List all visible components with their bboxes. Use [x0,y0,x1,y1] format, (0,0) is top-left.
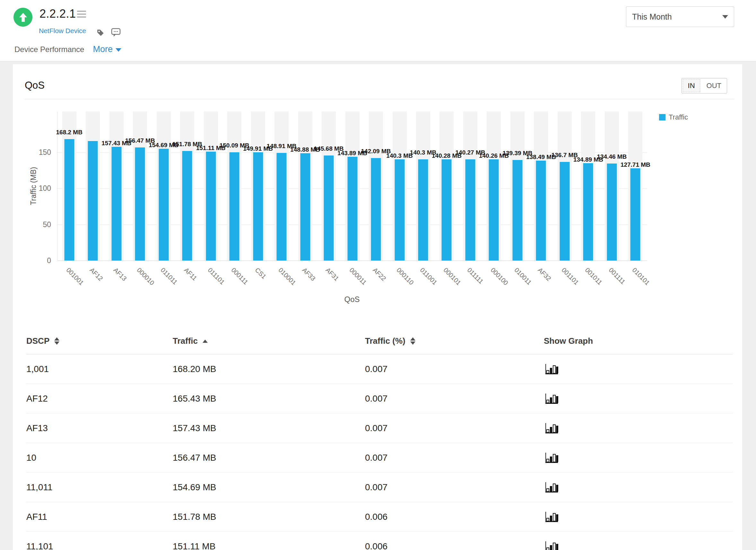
nav-tab[interactable]: Device Performance [14,45,84,61]
time-range-dropdown[interactable]: This Month [626,6,734,27]
traffic-bar[interactable] [230,152,239,260]
x-axis-category-label: AF32 [536,266,552,283]
x-axis-category-label: 000110 [395,266,415,286]
toggle-out-button[interactable]: OUT [701,78,727,93]
table-row: AF11 151.78 MB 0.006 [26,502,733,532]
traffic-bar[interactable] [253,152,263,260]
bar-slot: 151.78 MB AF11 [175,111,199,260]
traffic-bar[interactable] [395,159,404,260]
x-axis-category-label: 000100 [489,266,509,287]
bar-slot: 151.11 MB 011101 [199,111,222,260]
traffic-bar[interactable] [347,157,357,260]
traffic-bar[interactable] [512,160,522,260]
traffic-bar[interactable] [560,162,569,260]
bar-slot: 168.2 MB 001001 [57,111,81,260]
bar-slot: 134.89 MB 001011 [577,111,600,260]
table-header-cell[interactable]: Show Graph [544,336,593,346]
sort-asc-icon [54,337,59,341]
bar-slot: 143.89 MB 000011 [341,111,364,260]
dropdown-caret-icon [722,15,728,19]
toggle-in-button[interactable]: IN [683,79,700,92]
panel-title: QoS [25,80,45,91]
sort-icon [54,337,59,345]
traffic-bar[interactable] [111,147,121,260]
column-label: Show Graph [544,336,593,346]
x-axis-category-label: 001101 [560,266,580,286]
traffic-bar[interactable] [489,159,499,260]
x-axis-category-label: 000101 [442,266,462,287]
tag-icon[interactable] [96,28,105,38]
traffic-bar[interactable] [583,163,593,260]
x-axis-category-label: 010101 [631,266,651,287]
traffic-bar[interactable] [300,153,310,260]
dscp-cell: AF13 [26,414,48,443]
legend-label: Traffic [669,113,688,121]
bar-slot: 156.47 MB 000010 [128,111,152,260]
traffic-pct-cell: 0.006 [365,532,387,550]
traffic-bar[interactable] [465,159,475,260]
chart-legend[interactable]: Traffic [659,113,688,121]
traffic-bar[interactable] [277,153,287,260]
show-graph-button[interactable] [544,540,559,550]
traffic-pct-cell: 0.006 [365,502,387,531]
table-header-cell[interactable]: DSCP [26,336,59,346]
bar-chart-icon [544,540,559,550]
bar-chart-icon [544,393,559,405]
dscp-cell: AF11 [26,502,47,531]
show-graph-button[interactable] [544,393,559,405]
bar-chart-icon [544,481,559,493]
traffic-bar[interactable] [206,152,216,260]
qos-table: DSCP Traffic Traffic (%) [26,331,733,550]
x-axis-category-label: 011001 [419,266,439,286]
show-graph-button[interactable] [544,422,559,434]
traffic-bar[interactable] [64,139,74,260]
traffic-bar[interactable] [159,149,169,260]
bar-slot: 145.68 MB AF31 [317,111,340,260]
bar-slot: 140.3 MB 000110 [388,111,411,260]
device-type-link[interactable]: NetFlow Device [39,27,86,35]
sort-desc-icon [410,342,415,345]
top-header: 2.2.2.1 NetFlow Device This Month Device… [0,0,756,61]
x-axis-category-label: 001011 [584,266,604,286]
bar-slot: 150.09 MB 000111 [222,111,246,260]
bar-slot: 140.28 MB 000101 [435,111,458,260]
y-tick-label: 150 [27,148,51,157]
traffic-bar[interactable] [371,158,381,260]
bar-slot: 148.88 MB AF33 [293,111,317,260]
traffic-bar[interactable] [607,163,617,260]
traffic-bar[interactable] [88,141,98,260]
nav-more-label: More [93,44,113,54]
traffic-bar[interactable] [324,155,334,260]
traffic-bar[interactable] [630,168,640,260]
traffic-pct-cell: 0.007 [365,473,387,502]
traffic-pct-cell: 0.007 [365,384,387,413]
sort-asc-icon [410,337,415,341]
bar-chart-icon [544,511,559,523]
comment-icon[interactable] [111,28,121,39]
show-graph-button[interactable] [544,481,559,493]
table-header-cell[interactable]: Traffic (%) [365,336,415,346]
traffic-legend-swatch [659,114,665,120]
traffic-bar[interactable] [536,161,546,260]
bar-slot: 140.3 MB 011001 [411,111,435,260]
up-arrow-icon [18,12,29,23]
bar-slot: 134.46 MB 001111 [600,111,623,260]
traffic-bar[interactable] [418,159,428,260]
x-axis-category-label: 011111 [466,266,485,285]
x-axis-category-label: AF13 [112,266,128,283]
show-graph-button[interactable] [544,452,559,464]
show-graph-button[interactable] [544,511,559,523]
x-axis-category-label: AF33 [300,266,317,283]
traffic-bar[interactable] [182,151,192,260]
bar-slot: 140.26 MB 000100 [482,111,506,260]
dscp-cell: 10 [26,443,36,472]
hamburger-menu-icon[interactable] [77,11,86,18]
column-label: Traffic (%) [365,336,405,346]
table-header-cell[interactable]: Traffic [173,336,208,346]
show-graph-button[interactable] [544,363,559,375]
traffic-bar[interactable] [135,147,145,260]
nav-more-menu[interactable]: More [93,44,121,54]
traffic-bar[interactable] [442,159,452,260]
table-row: 11,101 151.11 MB 0.006 [26,532,733,550]
bar-slot: 136.7 MB 001101 [553,111,576,260]
